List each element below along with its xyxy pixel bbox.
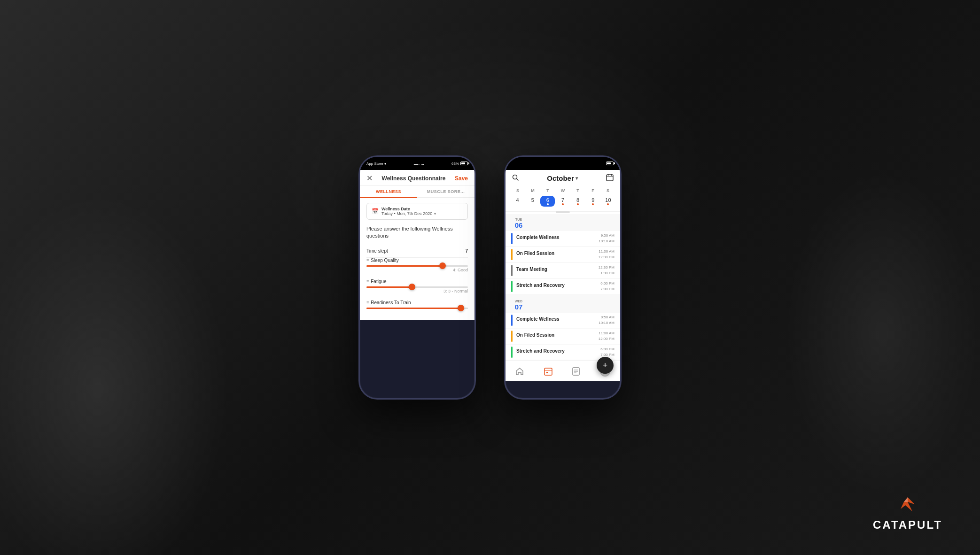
svg-rect-6 — [544, 368, 552, 375]
calendar-app-header: October ▾ — [506, 170, 620, 185]
schedule-item-name-6: On Filed Session — [516, 332, 595, 338]
catapult-logo-text: CATAPULT — [873, 518, 942, 532]
cal-day-9[interactable]: 9 — [586, 196, 600, 207]
day-dot-8 — [577, 203, 579, 205]
day-header-f: F — [585, 187, 600, 194]
status-bar-2 — [506, 157, 620, 170]
day-label-tue: TUE — [515, 218, 522, 221]
calendar-icon: 📅 — [372, 208, 379, 215]
cal-day-6[interactable]: 6 — [540, 196, 555, 207]
schedule-item-on-filed-wed[interactable]: On Filed Session 11:00 AM 12:00 PM — [506, 329, 620, 344]
start-time-2: 11:00 AM — [599, 249, 614, 254]
phone-wellness: App Store ● 11:41 63% ✕ Wellness Questio… — [358, 155, 476, 400]
nav-home[interactable] — [515, 367, 524, 376]
month-label: October — [547, 174, 574, 182]
phone-calendar: October ▾ S M T W — [504, 155, 622, 400]
date-value: Today • Mon, 7th Dec 2020 — [381, 211, 432, 216]
cal-day-5[interactable]: 5 — [525, 196, 540, 207]
fatigue-thumb[interactable] — [409, 284, 415, 290]
battery-icon-1 — [460, 162, 468, 165]
search-button[interactable] — [512, 174, 519, 182]
wellness-date-section[interactable]: 📅 Wellness Date Today • Mon, 7th Dec 202… — [366, 203, 468, 220]
schedule-accent-2 — [511, 249, 513, 260]
svg-rect-2 — [607, 175, 613, 181]
day-dot-9 — [592, 203, 594, 205]
day-header-t1: T — [540, 187, 555, 194]
schedule-day-header-wed: WED 07 — [506, 296, 620, 313]
day-dot-6 — [547, 203, 549, 205]
time-slept-row: Time slept 7 — [366, 247, 468, 258]
day-badge-wed: WED 07 — [511, 300, 526, 311]
start-time-7: 6:00 PM — [600, 347, 614, 352]
schedule-item-name-4: Stretch and Recovery — [516, 283, 597, 288]
phone1-screen: ✕ Wellness Questionnaire Save WELLNESS M… — [360, 170, 474, 320]
calendar-divider — [506, 211, 620, 212]
time-slept-value: 7 — [465, 248, 468, 254]
schedule-item-name-2: On Filed Session — [516, 251, 595, 256]
fatigue-slider[interactable] — [366, 286, 468, 288]
phone-notch-2 — [546, 157, 579, 164]
schedule-item-body-2: On Filed Session — [516, 249, 595, 260]
fatigue-label: Fatigue — [371, 279, 386, 284]
phone-notch — [401, 157, 434, 164]
schedule-item-times-3: 12:30 PM 1:30 PM — [599, 265, 614, 276]
start-time-3: 12:30 PM — [599, 265, 614, 270]
tab-wellness[interactable]: WELLNESS — [360, 186, 417, 198]
schedule-item-complete-wellness-wed[interactable]: Complete Wellness 9:50 AM 10:10 AM — [506, 313, 620, 328]
status-bar-1: App Store ● 11:41 63% — [360, 157, 474, 170]
close-button[interactable]: ✕ — [366, 174, 373, 183]
battery-pct-1: 63% — [451, 162, 459, 166]
day-badge-tue: TUE 06 — [511, 218, 526, 229]
readiness-metric: ≡ Readiness To Train — [366, 300, 468, 309]
sleep-quality-slider[interactable] — [366, 265, 468, 267]
main-content: App Store ● 11:41 63% ✕ Wellness Questio… — [0, 0, 980, 555]
date-info: Wellness Date Today • Mon, 7th Dec 2020 … — [381, 207, 436, 216]
readiness-icon: ≡ — [366, 300, 369, 305]
schedule-day-header-tue: TUE 06 — [506, 214, 620, 231]
schedule-item-body-4: Stretch and Recovery — [516, 281, 597, 292]
end-time-1: 10:10 AM — [599, 239, 614, 244]
tab-muscle-soreness[interactable]: MUSCLE SORE... — [417, 186, 474, 197]
start-time-6: 11:00 AM — [599, 331, 614, 336]
battery-fill-1 — [461, 162, 465, 164]
cal-day-7[interactable]: 7 — [555, 196, 570, 207]
cal-day-10[interactable]: 10 — [601, 196, 615, 207]
sleep-quality-thumb[interactable] — [439, 262, 446, 269]
schedule-item-name-3: Team Meeting — [516, 267, 595, 272]
calendar-header-icon[interactable] — [606, 174, 614, 183]
schedule-day-wed: WED 07 Complete Wellness 9:50 AM 10:10 A… — [506, 296, 620, 360]
end-time-5: 10:10 AM — [599, 320, 614, 326]
schedule-item-stretch-tue[interactable]: Stretch and Recovery 6:00 PM 7:00 PM — [506, 279, 620, 294]
schedule-item-complete-wellness-tue[interactable]: Complete Wellness 9:50 AM 10:10 AM — [506, 231, 620, 246]
readiness-fill — [366, 308, 461, 309]
fatigue-value: 3: 3 - Normal — [366, 289, 468, 293]
month-dropdown-caret[interactable]: ▾ — [576, 176, 578, 181]
nav-documents[interactable] — [572, 367, 580, 376]
start-time-4: 6:00 PM — [600, 281, 614, 286]
start-time-1: 9:50 AM — [599, 233, 614, 239]
schedule-item-times-1: 9:50 AM 10:10 AM — [599, 233, 614, 244]
fab-add-button[interactable]: + — [597, 357, 614, 374]
cal-day-4[interactable]: 4 — [510, 196, 525, 207]
schedule-item-name-1: Complete Wellness — [516, 235, 595, 240]
start-time-5: 9:50 AM — [599, 315, 614, 320]
day-headers: S M T W T F S — [510, 187, 615, 194]
day-header-t2: T — [570, 187, 585, 194]
schedule-item-on-filed-tue[interactable]: On Filed Session 11:00 AM 12:00 PM — [506, 247, 620, 262]
schedule-list: TUE 06 Complete Wellness 9:50 AM 10:10 A… — [506, 214, 620, 361]
sleep-quality-metric: ≡ Sleep Quality 4: Good — [366, 258, 468, 272]
save-button[interactable]: Save — [455, 175, 468, 182]
day-label-wed: WED — [515, 300, 522, 303]
nav-calendar[interactable] — [544, 367, 552, 376]
readiness-slider[interactable] — [366, 308, 468, 309]
readiness-thumb[interactable] — [458, 305, 464, 311]
tabs-bar: WELLNESS MUSCLE SORE... — [360, 186, 474, 198]
schedule-item-team-meeting[interactable]: Team Meeting 12:30 PM 1:30 PM — [506, 263, 620, 278]
cal-day-8[interactable]: 8 — [571, 196, 585, 207]
svg-rect-8 — [546, 372, 548, 373]
wellness-content: 📅 Wellness Date Today • Mon, 7th Dec 202… — [360, 198, 474, 320]
battery-fill-2 — [607, 162, 611, 164]
fatigue-icon: ≡ — [366, 279, 369, 284]
sleep-quality-icon: ≡ — [366, 258, 369, 262]
date-label: Wellness Date — [381, 207, 436, 211]
